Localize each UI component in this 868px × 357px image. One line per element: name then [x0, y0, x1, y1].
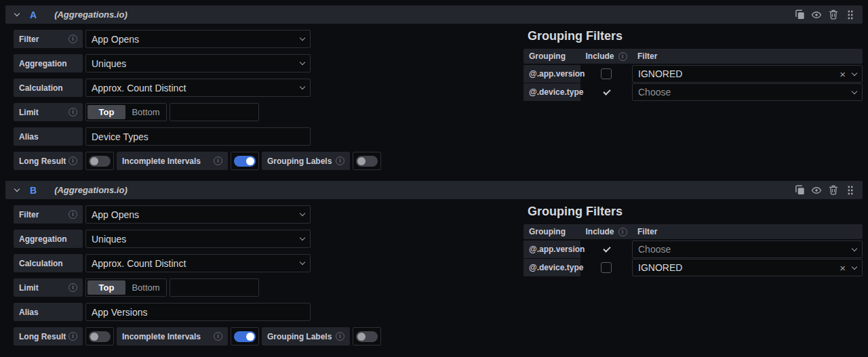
limit-label: Limit — [14, 103, 83, 121]
info-icon[interactable] — [68, 210, 77, 219]
grouping-name: @.app.version — [524, 240, 580, 258]
chevron-down-icon — [852, 70, 857, 75]
query-ref-id: B — [30, 185, 37, 196]
filter-select[interactable]: App Opens — [85, 30, 311, 48]
chevron-down-icon — [300, 84, 305, 89]
limit-row: Limit Top Bottom — [14, 278, 863, 297]
chevron-down-icon — [300, 211, 305, 216]
collapse-query-button[interactable] — [9, 5, 24, 24]
limit-value-input[interactable] — [170, 278, 259, 297]
grouping-name: @.device.type — [524, 259, 580, 276]
grouping-filter-select[interactable]: Choose — [632, 83, 863, 101]
alias-input[interactable] — [85, 127, 311, 146]
limit-bottom-option[interactable]: Bottom — [127, 105, 165, 119]
clear-icon[interactable] — [840, 69, 846, 79]
eye-icon — [811, 185, 822, 196]
info-icon[interactable] — [214, 156, 222, 165]
query-toolbar — [794, 185, 856, 196]
grouping-filter-row: @.device.type IGNORED — [524, 259, 863, 276]
chevron-down-icon — [852, 245, 857, 251]
limit-direction-group: Top Bottom — [85, 103, 167, 121]
include-checkbox[interactable] — [601, 68, 612, 79]
query-editor-row-b: B (Aggregations.io) Filter App Opens Agg… — [5, 181, 863, 356]
chevron-down-icon — [300, 259, 305, 265]
limit-top-option[interactable]: Top — [87, 105, 125, 119]
grouping-filters-panel: Grouping Filters Grouping Include Filter… — [524, 29, 863, 102]
chevron-down-icon — [14, 11, 20, 16]
grouping-filter-row: @.device.type Choose — [524, 83, 863, 101]
grouping-labels-label: Grouping Labels — [262, 152, 350, 170]
include-checkbox[interactable] — [601, 87, 612, 98]
delete-query-button[interactable] — [828, 9, 839, 20]
alias-row: Alias — [14, 303, 863, 321]
calculation-label: Calculation — [14, 79, 83, 97]
trash-icon — [829, 9, 838, 20]
chevron-down-icon — [852, 88, 857, 93]
hide-query-button[interactable] — [811, 9, 822, 20]
aggregation-select[interactable]: Uniques — [85, 230, 311, 248]
collapse-query-button[interactable] — [9, 181, 24, 199]
info-icon[interactable] — [618, 228, 627, 236]
grouping-name: @.app.version — [524, 65, 580, 83]
calculation-label: Calculation — [14, 254, 83, 272]
toggle-switch — [356, 331, 378, 342]
filter-select[interactable]: App Opens — [85, 205, 311, 224]
query-toolbar — [794, 9, 856, 20]
calculation-select[interactable]: Approx. Count Distinct — [85, 254, 311, 272]
info-icon[interactable] — [68, 108, 77, 117]
grouping-filter-select[interactable]: IGNORED — [632, 65, 863, 83]
info-icon[interactable] — [68, 35, 77, 43]
limit-bottom-option[interactable]: Bottom — [127, 280, 165, 295]
toggle-switch — [89, 331, 111, 342]
incomplete-intervals-toggle[interactable] — [231, 152, 259, 170]
grouping-labels-toggle[interactable] — [353, 327, 381, 345]
grouping-filter-select[interactable]: Choose — [632, 240, 863, 258]
info-icon[interactable] — [68, 283, 77, 292]
hide-query-button[interactable] — [811, 185, 822, 196]
long-result-label: Long Result — [14, 327, 83, 345]
calculation-select[interactable]: Approx. Count Distinct — [85, 79, 311, 97]
chevron-down-icon — [14, 186, 20, 192]
long-result-toggle[interactable] — [85, 327, 114, 345]
delete-query-button[interactable] — [828, 185, 839, 196]
grouping-filters-header: Grouping Include Filter — [524, 224, 863, 239]
grouping-name: @.device.type — [524, 83, 580, 101]
filter-label: Filter — [14, 30, 83, 48]
include-checkbox[interactable] — [601, 244, 612, 255]
grouping-labels-toggle[interactable] — [353, 152, 381, 170]
duplicate-query-button[interactable] — [794, 9, 805, 20]
toggles-row: Long Result Incomplete Intervals Groupin… — [14, 152, 863, 170]
alias-input[interactable] — [85, 303, 311, 321]
grouping-filters-title: Grouping Filters — [524, 205, 863, 218]
long-result-toggle[interactable] — [85, 152, 114, 170]
column-header-filter: Filter — [632, 227, 863, 236]
info-icon[interactable] — [214, 332, 222, 341]
query-body: Filter App Opens Aggregation Uniques Cal… — [5, 199, 863, 356]
column-header-grouping: Grouping — [524, 227, 580, 236]
grouping-filter-select[interactable]: IGNORED — [632, 259, 863, 276]
toggle-switch — [234, 331, 256, 342]
info-icon[interactable] — [336, 332, 344, 341]
column-header-grouping: Grouping — [524, 51, 580, 61]
trash-icon — [829, 185, 838, 195]
grouping-filter-row: @.app.version IGNORED — [524, 65, 863, 83]
query-header: A (Aggregations.io) — [5, 5, 863, 24]
limit-top-option[interactable]: Top — [87, 280, 125, 295]
drag-handle[interactable] — [845, 9, 856, 20]
chevron-down-icon — [300, 60, 305, 65]
drag-handle[interactable] — [845, 185, 856, 196]
limit-value-input[interactable] — [170, 103, 259, 121]
info-icon[interactable] — [336, 156, 344, 165]
clear-icon[interactable] — [840, 263, 846, 273]
info-icon[interactable] — [68, 332, 77, 341]
info-icon[interactable] — [618, 52, 627, 61]
duplicate-query-button[interactable] — [794, 185, 805, 196]
incomplete-intervals-toggle[interactable] — [231, 327, 259, 345]
include-checkbox[interactable] — [601, 262, 612, 273]
toggle-switch — [89, 156, 111, 167]
grouping-filters-header: Grouping Include Filter — [524, 49, 863, 64]
info-icon[interactable] — [68, 156, 77, 165]
grouping-filters-title: Grouping Filters — [524, 29, 863, 43]
column-header-filter: Filter — [632, 51, 863, 61]
aggregation-select[interactable]: Uniques — [85, 54, 311, 72]
